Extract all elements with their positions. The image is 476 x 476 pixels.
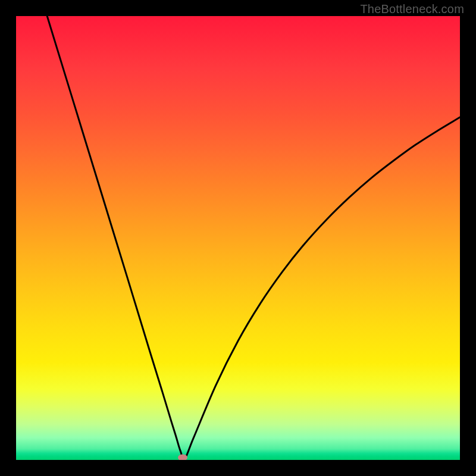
watermark-text: TheBottleneck.com [360,2,464,16]
chart-frame [16,16,460,460]
optimum-marker [178,455,187,460]
bottleneck-curve [16,16,460,460]
